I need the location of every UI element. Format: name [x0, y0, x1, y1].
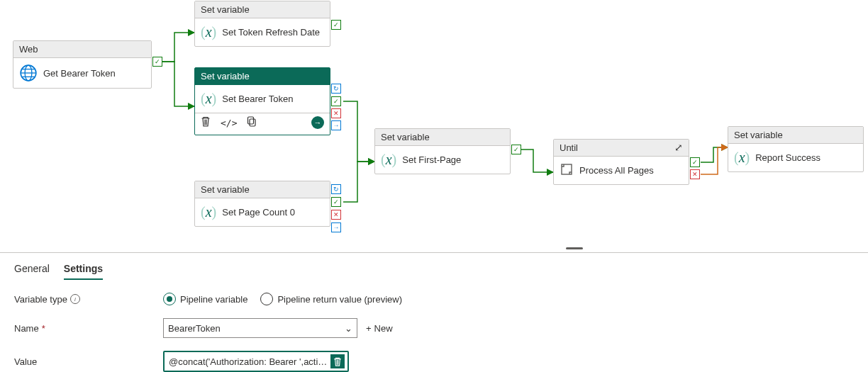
new-variable-button[interactable]: + New [366, 323, 393, 334]
port-success[interactable]: ✓ [331, 96, 341, 106]
port-failure[interactable]: ✕ [331, 108, 341, 118]
value-expression-input[interactable]: @concat('Authorization: Bearer ',acti… [163, 351, 349, 372]
variable-icon: x [734, 150, 750, 166]
label-name: Name [14, 323, 39, 334]
radio-label: Pipeline return value (preview) [277, 294, 402, 305]
clear-expression-button[interactable] [330, 354, 345, 368]
port-forward[interactable]: ↻ [331, 184, 341, 194]
tab-settings[interactable]: Settings [64, 263, 103, 280]
variable-icon: x [381, 152, 396, 168]
radio-dot-icon [163, 293, 176, 305]
expand-icon[interactable]: ⤢ [674, 142, 686, 153]
panel-resize-handle[interactable] [566, 247, 583, 249]
radio-pipeline-variable[interactable]: Pipeline variable [163, 293, 247, 305]
name-dropdown[interactable]: BearerToken ⌄ [163, 318, 357, 338]
activity-set-refresh-date[interactable]: Set variable x Set Token Refresh Date [194, 1, 330, 47]
run-icon[interactable]: → [311, 116, 324, 129]
svg-rect-7 [562, 164, 572, 174]
activity-title: Set Token Refresh Date [222, 27, 320, 38]
radio-dot-icon [260, 293, 273, 305]
variable-icon: x [201, 91, 216, 107]
activity-set-bearer-token[interactable]: Set variable x Set Bearer Token </> → [194, 67, 330, 135]
label-variable-type: Variable type [14, 294, 67, 305]
port-failure[interactable]: ✕ [690, 169, 700, 179]
copy-icon[interactable] [247, 116, 257, 129]
activity-type: Set variable [195, 68, 330, 85]
port-failure[interactable]: ✕ [331, 210, 341, 220]
activity-set-first-page[interactable]: Set variable x Set First-Page [374, 128, 511, 174]
variable-icon: x [201, 204, 216, 220]
panel-tabs: General Settings [14, 263, 854, 280]
info-icon[interactable]: i [70, 294, 80, 304]
activity-title: Process All Pages [579, 165, 654, 176]
port-skip[interactable]: → [331, 222, 341, 232]
activity-title: Get Bearer Token [43, 68, 116, 79]
activity-type: Set variable [195, 181, 330, 198]
activity-title: Report Success [755, 152, 820, 163]
radio-pipeline-return[interactable]: Pipeline return value (preview) [260, 293, 402, 305]
port-skip[interactable]: → [331, 120, 341, 130]
delete-icon[interactable] [201, 116, 211, 129]
svg-rect-6 [248, 117, 254, 124]
tab-general[interactable]: General [14, 263, 50, 280]
port-success[interactable]: ✓ [511, 145, 521, 154]
activity-type: Set variable [195, 1, 330, 18]
plus-icon: + [366, 323, 372, 334]
required-asterisk: * [42, 323, 45, 334]
activity-report-success[interactable]: Set variable x Report Success [728, 126, 864, 172]
activity-type: Web [13, 41, 151, 58]
port-success[interactable]: ✓ [331, 197, 341, 207]
port-forward[interactable]: ↻ [331, 84, 341, 94]
variable-icon: x [201, 24, 216, 40]
radio-label: Pipeline variable [180, 294, 247, 305]
activity-title: Set Page Count 0 [222, 207, 295, 218]
activity-until[interactable]: Until Process All Pages ⤢ [553, 139, 689, 185]
new-label: New [374, 323, 393, 334]
expand-activities-icon[interactable] [560, 162, 574, 179]
name-dropdown-value: BearerToken [168, 323, 221, 334]
properties-panel: General Settings Variable type i Pipelin… [0, 252, 868, 372]
code-icon[interactable]: </> [221, 118, 237, 128]
activity-title: Set Bearer Token [222, 94, 293, 104]
port-success[interactable]: ✓ [331, 20, 341, 30]
activity-title: Set First-Page [402, 154, 461, 165]
port-success[interactable]: ✓ [152, 57, 162, 67]
value-expression-text: @concat('Authorization: Bearer ',acti… [169, 356, 330, 367]
activity-type: Until [554, 140, 689, 157]
activity-web[interactable]: Web Get Bearer Token [13, 40, 152, 89]
globe-icon [19, 64, 38, 82]
svg-rect-5 [250, 119, 255, 126]
activity-set-page-count[interactable]: Set variable x Set Page Count 0 [194, 181, 330, 227]
activity-type: Set variable [375, 129, 510, 146]
port-success[interactable]: ✓ [690, 157, 700, 167]
chevron-down-icon: ⌄ [345, 323, 352, 334]
label-value: Value [14, 356, 37, 367]
activity-type: Set variable [728, 127, 863, 144]
